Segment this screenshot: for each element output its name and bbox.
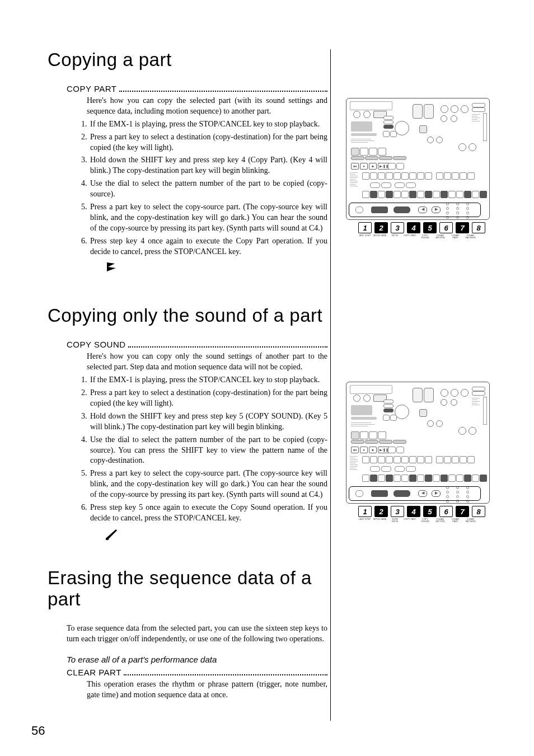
step: Press a part key to select a destination…: [89, 132, 327, 153]
step-sublabel: LAST STEP: [358, 234, 371, 240]
step-sublabel: COPY SOUND: [419, 234, 432, 240]
subhead-clear-part: CLEAR PART: [67, 668, 327, 677]
step-num-box: 1: [358, 222, 372, 233]
step-sublabel: SURE NOTE: [388, 518, 401, 523]
note-icon: [105, 260, 118, 274]
callout-step-keys: [349, 203, 481, 217]
step-sublabel: LAST STEP: [358, 518, 371, 523]
step-num-box: 4: [407, 506, 420, 517]
step-number-row: 12345678: [358, 222, 491, 233]
step-sublabel: COPY PART: [404, 518, 416, 523]
svg-rect-0: [106, 538, 109, 540]
subhead-copy-part: COPY PART: [67, 84, 327, 93]
step: Hold down the SHIFT key and press step k…: [89, 411, 327, 433]
device-panel: ⏮●■▶/❚❚: [346, 98, 490, 220]
device-diagram-copy-part: ⏮●■▶/❚❚: [346, 98, 491, 242]
step: Use the dial to select the pattern numbe…: [89, 435, 327, 467]
step-sublabel: MOVE DATA: [373, 234, 386, 240]
step-sublabel: COPY PART: [404, 234, 416, 240]
step-num-box: 6: [439, 222, 453, 233]
note-icon: [105, 527, 118, 541]
step: If the EMX-1 is playing, press the STOP/…: [89, 119, 327, 130]
subhead-label: COPY SOUND: [67, 340, 126, 349]
step-sublabel: CLEAR MOTION: [434, 234, 447, 240]
step-label-row: LAST STEPMOVE DATANOTECOPY PARTCOPY SOUN…: [358, 234, 491, 240]
page: Copying a part COPY PART Here's how you …: [0, 0, 534, 756]
steps-copy-sound: If the EMX-1 is playing, press the STOP/…: [76, 375, 327, 524]
device-diagram-copy-sound: ⏮●■▶/❚❚: [346, 382, 491, 526]
step-sublabel: CLEAR PATTERN: [464, 234, 477, 240]
intro-copy-part: Here's how you can copy the selected par…: [87, 96, 327, 117]
step: Press a part key to select a destination…: [89, 388, 327, 409]
step-num-box: 7: [456, 506, 469, 517]
steps-copy-part: If the EMX-1 is playing, press the STOP/…: [76, 119, 327, 257]
step: Press a part key to select the copy-sour…: [89, 468, 327, 500]
step-sublabel: MOVE DATA: [373, 518, 386, 523]
step-num-box: 1: [358, 506, 372, 517]
leader-dots: [128, 346, 327, 348]
italic-subhead-erase-all: To erase all of a part's performance dat…: [67, 655, 327, 664]
step-num-box: 8: [472, 506, 485, 517]
step-num-box: 2: [374, 506, 388, 517]
step-num-box: 5: [423, 222, 437, 233]
subhead-copy-sound: COPY SOUND: [67, 340, 327, 349]
subhead-label: CLEAR PART: [67, 668, 121, 677]
body-clear-part: This operation erases the rhythm or phra…: [87, 679, 327, 701]
step-num-box: 2: [374, 222, 388, 233]
step-num-box: 4: [407, 222, 420, 233]
step: Press a part key to select the copy-sour…: [89, 202, 327, 234]
step-sublabel: COPY SOUND: [419, 518, 432, 523]
step-sublabel: CLEAR PART: [449, 518, 462, 523]
step: Press step key 4 once again to execute t…: [89, 236, 327, 257]
step-label-row: LAST STEPMOVE DATASURE NOTECOPY PARTCOPY…: [358, 518, 491, 523]
heading-copying-a-part: Copying a part: [48, 49, 327, 71]
page-number: 56: [31, 724, 45, 738]
transport-controls: ⏮●■▶/❚❚: [351, 163, 390, 170]
step-num-box: 7: [456, 222, 469, 233]
left-column: Copying a part COPY PART Here's how you …: [48, 49, 327, 700]
step-number-row: 12345678: [358, 506, 491, 517]
heading-erasing: Erasing the sequence data of a part: [48, 567, 327, 610]
intro-copy-sound: Here's how you can copy only the sound s…: [87, 351, 327, 373]
heading-copying-sound: Copying only the sound of a part: [48, 305, 327, 326]
step-sublabel: CLEAR PART: [449, 234, 462, 240]
step-num-box: 3: [391, 222, 404, 233]
leader-dots: [119, 91, 327, 92]
step-sublabel: CLEAR MOTION: [434, 518, 447, 523]
step-num-box: 3: [391, 506, 404, 517]
step-num-box: 8: [472, 222, 485, 233]
step: Use the dial to select the pattern numbe…: [89, 179, 327, 200]
step-sublabel: CLEAR PATTERN: [464, 518, 477, 523]
step-num-box: 6: [439, 506, 453, 517]
step-sublabel: NOTE: [388, 234, 401, 240]
step: Press step key 5 once again to execute t…: [89, 503, 327, 524]
device-panel: ⏮●■▶/❚❚: [346, 382, 490, 504]
column-divider: [330, 49, 331, 721]
intro-erasing: To erase sequence data from the selected…: [67, 623, 327, 645]
leader-dots: [124, 674, 327, 675]
step-num-box: 5: [423, 506, 437, 517]
step: Hold down the SHIFT key and press step k…: [89, 155, 327, 176]
subhead-label: COPY PART: [67, 84, 117, 93]
step: If the EMX-1 is playing, press the STOP/…: [89, 375, 327, 386]
